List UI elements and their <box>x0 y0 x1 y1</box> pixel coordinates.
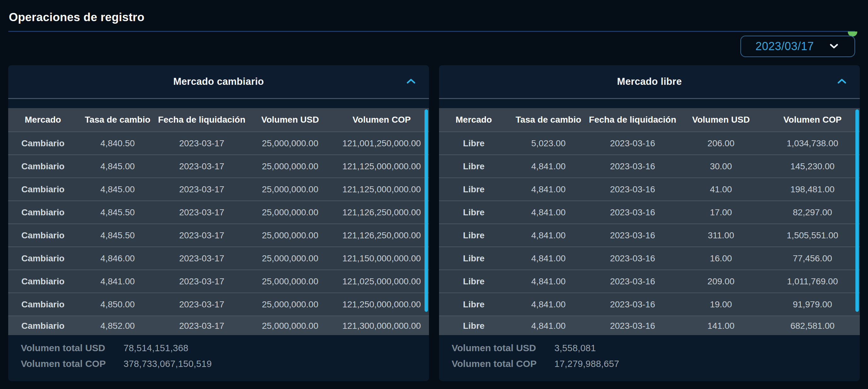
panel-mercado-cambiario: Mercado cambiario Mercado Tasa de cambio… <box>8 65 429 381</box>
table-row: Cambiario4,841.002023-03-1725,000,000.00… <box>8 270 429 293</box>
column-header-vol-usd: Volumen USD <box>677 115 765 125</box>
table-header-row: Mercado Tasa de cambio Fecha de liquidac… <box>8 108 429 131</box>
chevron-down-icon <box>830 44 838 49</box>
table-cell: Cambiario <box>8 253 78 264</box>
table-body: Cambiario4,840.502023-03-1725,000,000.00… <box>8 131 429 335</box>
table-cell: 121,126,250,000.00 <box>334 231 429 241</box>
table-header-row: Mercado Tasa de cambio Fecha de liquidac… <box>439 108 860 131</box>
table-row: Libre4,841.002023-03-1617.0082,297.00 <box>439 201 860 223</box>
table-row: Libre4,841.002023-03-1630.00145,230.00 <box>439 154 860 178</box>
table-cell: 121,250,000,000.00 <box>334 299 429 309</box>
table-cell: Cambiario <box>8 276 78 287</box>
total-usd-label: Volumen total USD <box>452 343 546 353</box>
table-cell: 2023-03-17 <box>158 161 246 172</box>
table-row: Cambiario4,846.002023-03-1725,000,000.00… <box>8 246 429 270</box>
total-usd-label: Volumen total USD <box>21 343 115 353</box>
table-cell: 2023-03-16 <box>588 321 677 331</box>
table-cell: 25,000,000.00 <box>246 299 334 309</box>
libre-totals: Volumen total USD 3,558,081 Volumen tota… <box>439 335 860 381</box>
table-cell: Libre <box>439 139 508 148</box>
table-cell: 4,845.00 <box>78 184 158 194</box>
table-cell: 4,845.50 <box>78 207 158 217</box>
total-usd-line: Volumen total USD 3,558,081 <box>452 343 860 353</box>
table-cell: 17.00 <box>677 207 765 217</box>
page-header: Operaciones de registro <box>0 0 868 32</box>
total-cop-label: Volumen total COP <box>21 358 115 369</box>
table-cell: 19.00 <box>677 299 765 309</box>
table-cell: 311.00 <box>677 231 765 241</box>
vertical-scrollbar[interactable] <box>856 110 859 312</box>
table-cell: 2023-03-16 <box>588 231 677 241</box>
total-cop-value: 378,733,067,150,519 <box>124 359 212 369</box>
table-cell: 4,845.50 <box>78 231 158 241</box>
table-cell: 2023-03-17 <box>158 321 246 331</box>
column-header-fecha: Fecha de liquidación <box>588 115 677 125</box>
table-cell: 121,126,250,000.00 <box>334 207 429 217</box>
table-cell: 2023-03-16 <box>588 276 677 287</box>
table-cell: 25,000,000.00 <box>246 321 334 331</box>
table-cell: 4,850.00 <box>78 299 158 309</box>
date-select-value: 2023/03/17 <box>741 40 830 53</box>
table-cell: Cambiario <box>8 207 78 217</box>
table-row: Libre4,841.002023-03-1619.0091,979.00 <box>439 293 860 316</box>
table-cell: 121,125,000,000.00 <box>334 184 429 194</box>
table-cell: 2023-03-17 <box>158 184 246 194</box>
table-cell: 30.00 <box>677 161 765 172</box>
column-header-vol-cop: Volumen COP <box>334 115 429 125</box>
collapse-button[interactable] <box>404 77 417 87</box>
vertical-scrollbar[interactable] <box>425 110 428 312</box>
table-cell: 1,505,551.00 <box>765 231 860 241</box>
column-header-mercado: Mercado <box>439 115 508 125</box>
libre-table: Mercado Tasa de cambio Fecha de liquidac… <box>439 108 860 335</box>
table-row: Libre4,841.002023-03-16311.001,505,551.0… <box>439 223 860 246</box>
table-row: Cambiario4,845.502023-03-1725,000,000.00… <box>8 223 429 246</box>
table-cell: 25,000,000.00 <box>246 184 334 194</box>
table-row: Cambiario4,840.502023-03-1725,000,000.00… <box>8 131 429 154</box>
header-divider <box>8 31 855 32</box>
table-row: Libre4,841.002023-03-16209.001,011,769.0… <box>439 270 860 293</box>
table-cell: 4,845.00 <box>78 161 158 172</box>
table-cell: Libre <box>439 161 508 172</box>
table-cell: 2023-03-16 <box>588 184 677 194</box>
date-select[interactable]: 2023/03/17 <box>740 36 855 57</box>
total-cop-line: Volumen total COP 17,279,988,657 <box>452 358 860 369</box>
table-cell: 25,000,000.00 <box>246 276 334 287</box>
table-cell: 4,852.00 <box>78 321 158 331</box>
table-cell: 198,481.00 <box>765 184 860 194</box>
table-cell: 4,841.00 <box>508 231 588 241</box>
table-spacer <box>8 99 429 108</box>
table-cell: 5,023.00 <box>508 139 588 148</box>
table-cell: 82,297.00 <box>765 207 860 217</box>
table-row: Cambiario4,845.002023-03-1725,000,000.00… <box>8 178 429 201</box>
table-cell: 141.00 <box>677 321 765 331</box>
table-spacer <box>439 99 860 108</box>
collapse-button[interactable] <box>835 77 848 87</box>
total-usd-value: 78,514,151,368 <box>124 343 188 353</box>
table-cell: 121,001,250,000.00 <box>334 139 429 148</box>
table-cell: 145,230.00 <box>765 161 860 172</box>
table-cell: 4,841.00 <box>508 207 588 217</box>
table-cell: 4,841.00 <box>508 299 588 309</box>
table-cell: 2023-03-17 <box>158 139 246 148</box>
table-cell: 16.00 <box>677 253 765 264</box>
page-title: Operaciones de registro <box>8 6 855 31</box>
panel-mercado-libre: Mercado libre Mercado Tasa de cambio Fec… <box>439 65 860 381</box>
table-cell: Cambiario <box>8 321 78 331</box>
chevron-up-icon <box>837 79 846 85</box>
table-cell: 25,000,000.00 <box>246 253 334 264</box>
table-cell: Libre <box>439 184 508 194</box>
table-cell: 2023-03-17 <box>158 253 246 264</box>
table-cell: Cambiario <box>8 299 78 309</box>
total-cop-line: Volumen total COP 378,733,067,150,519 <box>21 358 429 369</box>
panel-cambiario-title: Mercado cambiario <box>173 76 264 87</box>
table-cell: 77,456.00 <box>765 253 860 264</box>
column-header-mercado: Mercado <box>8 115 78 125</box>
table-cell: 121,025,000,000.00 <box>334 276 429 287</box>
column-header-vol-cop: Volumen COP <box>765 115 860 125</box>
operaciones-page: Operaciones de registro 2023/03/17 Merca… <box>0 0 868 389</box>
table-cell: Libre <box>439 321 508 331</box>
table-cell: Libre <box>439 207 508 217</box>
total-cop-value: 17,279,988,657 <box>554 359 619 369</box>
table-row: Libre4,841.002023-03-1641.00198,481.00 <box>439 178 860 201</box>
table-cell: 2023-03-17 <box>158 276 246 287</box>
